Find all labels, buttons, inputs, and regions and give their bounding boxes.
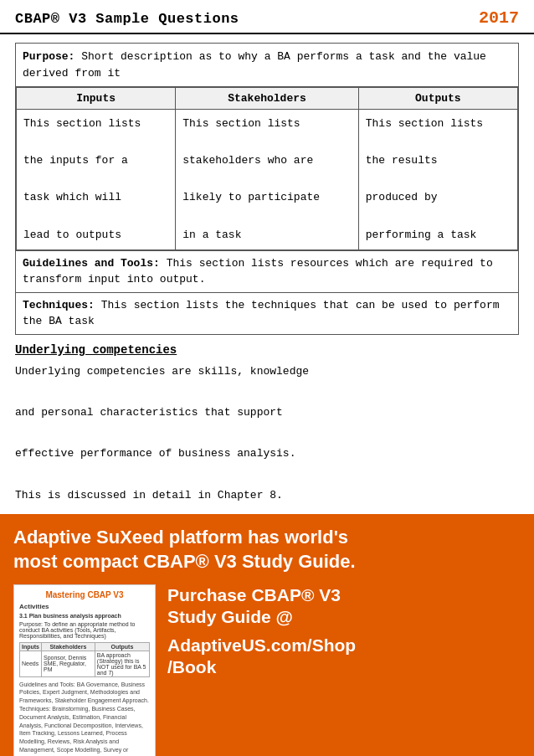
col-header-inputs: Inputs	[17, 88, 176, 110]
underlying-text: Underlying competencies are skills, know…	[15, 362, 519, 507]
promo-purchase-label: Purchase CBAP® V3Study Guide @	[167, 584, 356, 629]
promo-headline: Adaptive SuXeed platform has world'smost…	[13, 526, 521, 573]
purpose-row: Purpose: Short description as to why a B…	[16, 44, 518, 87]
book-inner-table: Inputs Stakeholders Outputs Needs Sponso…	[19, 642, 150, 677]
main-content: Purpose: Short description as to why a B…	[0, 43, 534, 506]
guidelines-label: Guidelines and Tools:	[23, 257, 160, 270]
guidelines-row: Guidelines and Tools: This section lists…	[16, 250, 518, 292]
info-table-wrapper: Purpose: Short description as to why a B…	[15, 43, 519, 335]
page-header: CBAP® V3 Sample Questions 2017	[0, 0, 534, 34]
promo-banner: Adaptive SuXeed platform has world'smost…	[0, 514, 534, 756]
purpose-text: Short description as to why a BA perform…	[23, 50, 486, 80]
col-header-outputs: Outputs	[358, 88, 517, 110]
techniques-text: This section lists the techniques that c…	[23, 299, 500, 328]
book-header: Mastering CBAP V3	[19, 590, 150, 599]
promo-text-block: Purchase CBAP® V3Study Guide @ AdaptiveU…	[167, 584, 356, 679]
cell-inputs: This section liststhe inputs for atask w…	[17, 110, 176, 250]
inputs-stakeholders-outputs-table: Inputs Stakeholders Outputs This section…	[16, 87, 518, 250]
book-body-text: Guidelines and Tools: BA Governance, Bus…	[19, 681, 150, 756]
promo-inner: Mastering CBAP V3 Activities 3.1 Plan bu…	[13, 584, 521, 756]
underlying-title: Underlying competencies	[15, 343, 519, 357]
promo-url-label: AdaptiveUS.com/Shop/Book	[167, 635, 356, 679]
page-title: CBAP® V3 Sample Questions	[15, 11, 239, 27]
techniques-row: Techniques: This section lists the techn…	[16, 292, 518, 334]
cell-stakeholders: This section listsstakeholders who areli…	[176, 110, 359, 250]
book-subtitle: Activities	[19, 603, 150, 610]
col-header-stakeholders: Stakeholders	[176, 88, 359, 110]
techniques-label: Techniques:	[23, 299, 95, 311]
purpose-label: Purpose:	[23, 50, 74, 63]
table-row: This section liststhe inputs for atask w…	[17, 110, 518, 250]
cell-outputs: This section liststhe resultsproduced by…	[358, 110, 517, 250]
promo-book-image: Mastering CBAP V3 Activities 3.1 Plan bu…	[13, 584, 156, 756]
page-year: 2017	[479, 8, 519, 28]
